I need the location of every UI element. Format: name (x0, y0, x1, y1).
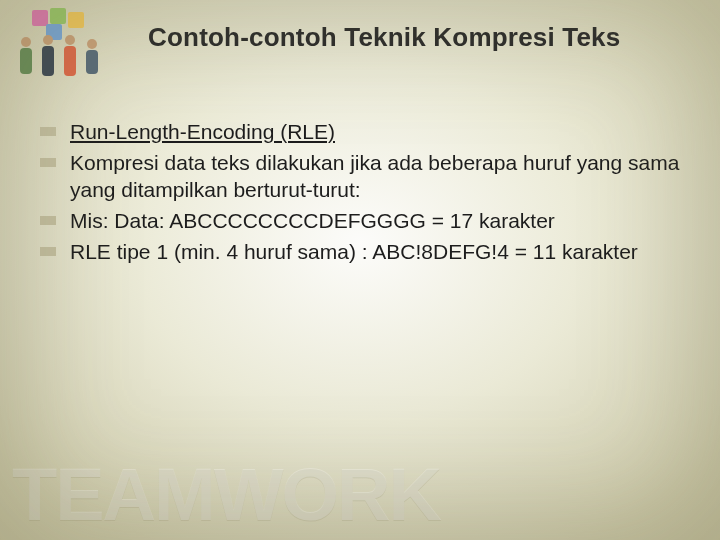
bullet-text: Run-Length-Encoding (RLE) (70, 118, 335, 146)
svg-rect-10 (64, 46, 76, 76)
svg-rect-8 (20, 48, 32, 74)
svg-rect-1 (50, 8, 66, 24)
list-item: Kompresi data teks dilakukan jika ada be… (40, 149, 690, 204)
svg-point-7 (87, 39, 97, 49)
slide-title: Contoh-contoh Teknik Kompresi Teks (148, 22, 700, 53)
svg-point-4 (21, 37, 31, 47)
bullet-text: Mis: Data: ABCCCCCCCCDEFGGGG = 17 karakt… (70, 207, 555, 235)
svg-rect-2 (68, 12, 84, 28)
bullet-text: Kompresi data teks dilakukan jika ada be… (70, 149, 690, 204)
svg-rect-9 (42, 46, 54, 76)
decorative-people-puzzle-image (8, 6, 118, 84)
svg-rect-11 (86, 50, 98, 74)
square-bullet-icon (40, 247, 56, 256)
list-item: Mis: Data: ABCCCCCCCCDEFGGGG = 17 karakt… (40, 207, 690, 235)
svg-rect-0 (32, 10, 48, 26)
bullet-text: RLE tipe 1 (min. 4 huruf sama) : ABC!8DE… (70, 238, 638, 266)
square-bullet-icon (40, 216, 56, 225)
square-bullet-icon (40, 127, 56, 136)
svg-point-6 (65, 35, 75, 45)
list-item: Run-Length-Encoding (RLE) (40, 118, 690, 146)
background-watermark-text: TEAMWORK (12, 458, 440, 532)
list-item: RLE tipe 1 (min. 4 huruf sama) : ABC!8DE… (40, 238, 690, 266)
svg-point-5 (43, 35, 53, 45)
bullet-list: Run-Length-Encoding (RLE) Kompresi data … (40, 118, 690, 269)
square-bullet-icon (40, 158, 56, 167)
